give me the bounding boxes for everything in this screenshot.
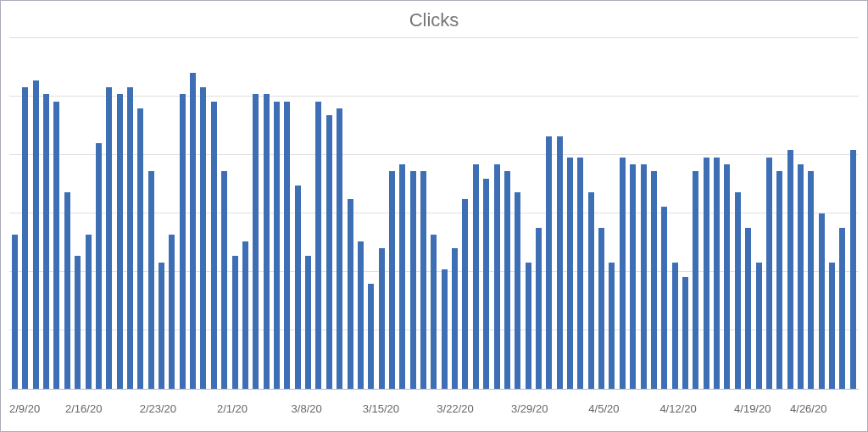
- bar: [483, 179, 489, 389]
- bar: [242, 241, 248, 389]
- bar: [504, 171, 510, 389]
- bar: [190, 73, 196, 389]
- x-tick-label: 2/23/20: [140, 402, 176, 415]
- bar: [452, 248, 458, 389]
- bar: [462, 199, 468, 389]
- bar: [442, 269, 448, 389]
- bar: [630, 164, 636, 389]
- bar: [661, 207, 667, 389]
- bar: [704, 158, 709, 389]
- bar: [693, 171, 698, 389]
- bar: [211, 102, 217, 389]
- bar: [798, 164, 804, 389]
- bar: [756, 263, 762, 389]
- x-tick-label: 4/5/20: [588, 402, 619, 415]
- x-tick-label: 3/15/20: [363, 402, 399, 415]
- x-tick-label: 3/29/20: [511, 402, 548, 415]
- bar: [326, 115, 332, 389]
- bar: [850, 150, 856, 389]
- bar: [117, 94, 123, 389]
- bar: [75, 256, 81, 389]
- x-tick-label: 3/8/20: [292, 402, 322, 415]
- bar: [839, 228, 845, 389]
- bar: [253, 94, 259, 389]
- bar: [776, 171, 782, 389]
- bar: [420, 171, 426, 389]
- bar: [473, 164, 479, 389]
- bar: [682, 277, 688, 389]
- bar: [672, 263, 678, 389]
- bar: [620, 158, 626, 389]
- bar: [148, 171, 154, 389]
- bar: [641, 164, 647, 389]
- bar: [315, 102, 321, 389]
- bar: [745, 228, 751, 389]
- bar: [546, 136, 552, 389]
- bar: [515, 192, 520, 389]
- bar: [33, 80, 39, 389]
- bar: [399, 164, 405, 389]
- x-tick-label: 4/12/20: [659, 402, 696, 415]
- bar: [305, 256, 311, 389]
- x-axis-labels: 2/9/202/16/202/23/202/1/203/8/203/15/203…: [9, 402, 859, 419]
- x-tick-label: 3/22/20: [437, 402, 473, 415]
- bar: [86, 235, 92, 389]
- bar: [598, 228, 604, 389]
- bar: [232, 256, 238, 389]
- bar: [651, 171, 657, 389]
- bar: [180, 94, 186, 389]
- bar: [159, 263, 164, 389]
- bar: [22, 87, 28, 389]
- bar: [526, 263, 531, 389]
- bar: [43, 94, 49, 389]
- x-tick-label: 2/16/20: [65, 402, 102, 415]
- bar: [829, 263, 835, 389]
- bar: [368, 284, 374, 389]
- bar: [431, 235, 437, 389]
- bar: [808, 171, 814, 389]
- bar: [766, 158, 772, 389]
- bar: [724, 164, 730, 389]
- bar: [169, 235, 175, 389]
- bar: [714, 158, 720, 389]
- bar: [567, 158, 573, 389]
- bar: [284, 102, 290, 389]
- bar: [137, 108, 143, 389]
- bar: [819, 213, 825, 389]
- bar: [389, 171, 395, 389]
- bar: [295, 186, 301, 389]
- bar: [494, 164, 500, 389]
- bar: [379, 248, 385, 389]
- bar: [106, 87, 112, 389]
- bar: [536, 228, 542, 389]
- chart-title: Clicks: [9, 9, 859, 31]
- bar: [264, 94, 270, 389]
- bar: [577, 158, 583, 389]
- x-tick-label: 4/26/20: [790, 402, 826, 415]
- bar: [274, 102, 280, 389]
- bar: [410, 171, 416, 389]
- bar: [337, 108, 342, 389]
- bar: [787, 150, 793, 389]
- bar: [588, 192, 594, 389]
- bars-area: [9, 38, 859, 389]
- bar: [200, 87, 206, 389]
- bar: [609, 263, 615, 389]
- x-tick-label: 2/1/20: [217, 402, 248, 415]
- bar: [348, 199, 353, 389]
- bar: [557, 136, 563, 389]
- bar: [358, 241, 364, 389]
- bar: [96, 143, 102, 389]
- chart-container: Clicks 2/9/202/16/202/23/202/1/203/8/203…: [0, 0, 868, 432]
- bar: [735, 192, 741, 389]
- bar: [127, 87, 133, 389]
- x-tick-label: 4/19/20: [734, 402, 771, 415]
- plot-area: [9, 38, 859, 390]
- bar: [12, 235, 18, 389]
- x-tick-label: 2/9/20: [9, 402, 40, 415]
- bar: [221, 171, 227, 389]
- bar: [64, 192, 70, 389]
- bar: [53, 102, 59, 389]
